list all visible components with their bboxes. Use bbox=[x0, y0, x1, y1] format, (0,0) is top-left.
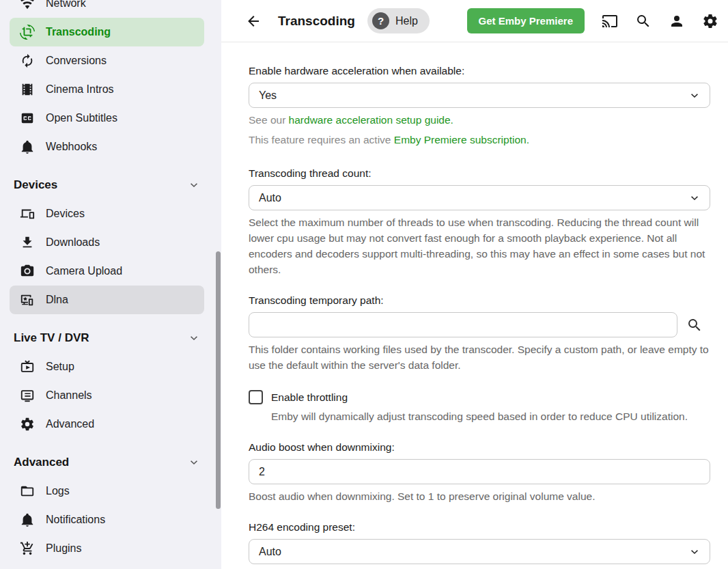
sidebar-item-logs[interactable]: Logs bbox=[0, 477, 221, 505]
cast-icon[interactable] bbox=[602, 13, 618, 29]
gear-icon[interactable] bbox=[702, 13, 718, 29]
field-throttling: Enable throttling Emby will dynamically … bbox=[249, 390, 710, 424]
select-value: Auto bbox=[259, 546, 281, 558]
sidebar-item-label: Dlna bbox=[46, 294, 68, 306]
field-h264-preset: H264 encoding preset: Auto Choose a fast… bbox=[249, 521, 710, 569]
sidebar-item-label: Setup bbox=[46, 361, 74, 373]
channel-list-icon bbox=[19, 387, 36, 404]
sidebar-item-label: Network bbox=[46, 0, 86, 10]
enable-throttling-checkbox[interactable] bbox=[249, 390, 263, 404]
sidebar-item-label: Plugins bbox=[46, 542, 81, 555]
select-value: Auto bbox=[259, 192, 281, 204]
field-label: Transcoding temporary path: bbox=[249, 294, 710, 307]
sidebar-section-title: Live TV / DVR bbox=[14, 331, 89, 345]
chevron-down-icon bbox=[187, 331, 201, 345]
sidebar-item-notifications[interactable]: Notifications bbox=[0, 505, 221, 534]
main-panel: Transcoding ? Help Get Emby Premiere Ena… bbox=[221, 0, 728, 569]
thread-count-select[interactable]: Auto bbox=[249, 185, 710, 210]
field-temp-path: Transcoding temporary path: This folder … bbox=[249, 294, 710, 373]
help-text: Boost audio when downmixing. Set to 1 to… bbox=[249, 488, 710, 504]
sidebar-item-dlna[interactable]: Dlna bbox=[10, 286, 204, 314]
sidebar-item-cinema-intros[interactable]: Cinema Intros bbox=[0, 75, 221, 104]
emby-premiere-subscription-link[interactable]: Emby Premiere subscription bbox=[394, 134, 527, 145]
page-title: Transcoding bbox=[278, 14, 355, 29]
help-button[interactable]: ? Help bbox=[367, 8, 430, 33]
sidebar-scrollbar[interactable] bbox=[216, 251, 221, 509]
field-label: Audio boost when downmixing: bbox=[249, 441, 710, 454]
audio-boost-input[interactable] bbox=[249, 459, 710, 484]
field-thread-count: Transcoding thread count: Auto Select th… bbox=[249, 167, 710, 277]
checkbox-label: Enable throttling bbox=[271, 391, 348, 404]
bell-icon bbox=[19, 512, 36, 528]
help-label: Help bbox=[395, 15, 418, 27]
hardware-acceleration-select[interactable]: Yes bbox=[249, 83, 710, 108]
sidebar-item-label: Logs bbox=[46, 485, 70, 497]
sidebar: Network Transcoding Conversions Cinema I… bbox=[0, 0, 221, 569]
top-bar: Transcoding ? Help Get Emby Premiere bbox=[221, 0, 728, 42]
question-mark-icon: ? bbox=[372, 12, 389, 29]
help-text: Emby will dynamically adjust transcoding… bbox=[271, 408, 695, 424]
camera-icon bbox=[19, 263, 36, 279]
sidebar-item-transcoding[interactable]: Transcoding bbox=[10, 18, 204, 46]
field-label: H264 encoding preset: bbox=[249, 521, 710, 533]
hardware-acceleration-guide-link[interactable]: hardware acceleration setup guide bbox=[289, 114, 451, 126]
gear-icon bbox=[19, 416, 36, 432]
field-label: Enable hardware acceleration when availa… bbox=[249, 65, 710, 77]
chevron-down-icon bbox=[187, 178, 201, 192]
sidebar-item-label: Camera Upload bbox=[46, 265, 122, 277]
sidebar-item-label: Notifications bbox=[46, 514, 105, 526]
sidebar-item-network[interactable]: Network bbox=[0, 0, 221, 18]
chevron-down-icon bbox=[688, 545, 701, 559]
field-audio-boost: Audio boost when downmixing: Boost audio… bbox=[249, 441, 710, 504]
sidebar-section-title: Advanced bbox=[14, 456, 69, 469]
browse-folder-search-icon[interactable] bbox=[686, 317, 703, 333]
premiere-note: This feature requires an active Emby Pre… bbox=[249, 132, 710, 148]
sidebar-item-downloads[interactable]: Downloads bbox=[0, 228, 221, 257]
sidebar-item-label: Cinema Intros bbox=[46, 83, 114, 96]
sidebar-item-label: Devices bbox=[46, 208, 85, 220]
help-text: This folder contains working files used … bbox=[249, 342, 710, 373]
user-icon[interactable] bbox=[669, 13, 685, 29]
sidebar-item-label: Webhooks bbox=[46, 141, 97, 153]
settings-form: Enable hardware acceleration when availa… bbox=[221, 42, 728, 569]
temp-path-input[interactable] bbox=[249, 312, 677, 337]
sidebar-item-livetv-advanced[interactable]: Advanced bbox=[0, 410, 221, 439]
sync-icon bbox=[19, 53, 36, 69]
sidebar-section-advanced[interactable]: Advanced bbox=[0, 448, 221, 477]
bell-icon bbox=[19, 139, 36, 155]
get-emby-premiere-button[interactable]: Get Emby Premiere bbox=[467, 8, 585, 33]
sidebar-item-label: Conversions bbox=[46, 55, 107, 67]
sidebar-item-label: Channels bbox=[46, 389, 92, 402]
transcode-crop-icon bbox=[19, 24, 36, 40]
sidebar-item-devices[interactable]: Devices bbox=[0, 199, 221, 228]
sidebar-item-label: Transcoding bbox=[46, 26, 111, 38]
download-icon bbox=[19, 234, 36, 251]
search-icon[interactable] bbox=[635, 13, 652, 29]
help-text: Select the maximum number of threads to … bbox=[249, 214, 710, 277]
sidebar-item-scheduled-tasks[interactable]: Scheduled Tasks bbox=[0, 563, 221, 569]
h264-preset-select[interactable]: Auto bbox=[249, 539, 710, 564]
theaters-icon bbox=[19, 81, 36, 98]
sidebar-item-camera-upload[interactable]: Camera Upload bbox=[0, 257, 221, 286]
sidebar-item-webhooks[interactable]: Webhooks bbox=[0, 133, 221, 161]
sidebar-item-setup[interactable]: Setup bbox=[0, 352, 221, 381]
folder-icon bbox=[19, 483, 36, 499]
chevron-down-icon bbox=[187, 456, 201, 469]
sidebar-section-live-tv[interactable]: Live TV / DVR bbox=[0, 324, 221, 352]
live-tv-icon bbox=[19, 359, 36, 375]
field-hardware-acceleration: Enable hardware acceleration when availa… bbox=[249, 65, 710, 148]
back-icon[interactable] bbox=[245, 13, 262, 29]
field-label: Transcoding thread count: bbox=[249, 167, 710, 180]
sidebar-section-devices[interactable]: Devices bbox=[0, 171, 221, 199]
cast-device-icon bbox=[19, 292, 36, 308]
wifi-icon bbox=[19, 0, 36, 12]
sidebar-item-label: Open Subtitles bbox=[46, 112, 117, 124]
cart-plus-icon bbox=[19, 540, 36, 557]
sidebar-nav: Network Transcoding Conversions Cinema I… bbox=[0, 0, 221, 569]
sidebar-item-label: Advanced bbox=[46, 418, 94, 430]
sidebar-item-open-subtitles[interactable]: Open Subtitles bbox=[0, 104, 221, 133]
sidebar-item-conversions[interactable]: Conversions bbox=[0, 46, 221, 75]
sidebar-item-plugins[interactable]: Plugins bbox=[0, 534, 221, 563]
help-text: See our hardware acceleration setup guid… bbox=[249, 112, 710, 128]
sidebar-item-channels[interactable]: Channels bbox=[0, 381, 221, 410]
